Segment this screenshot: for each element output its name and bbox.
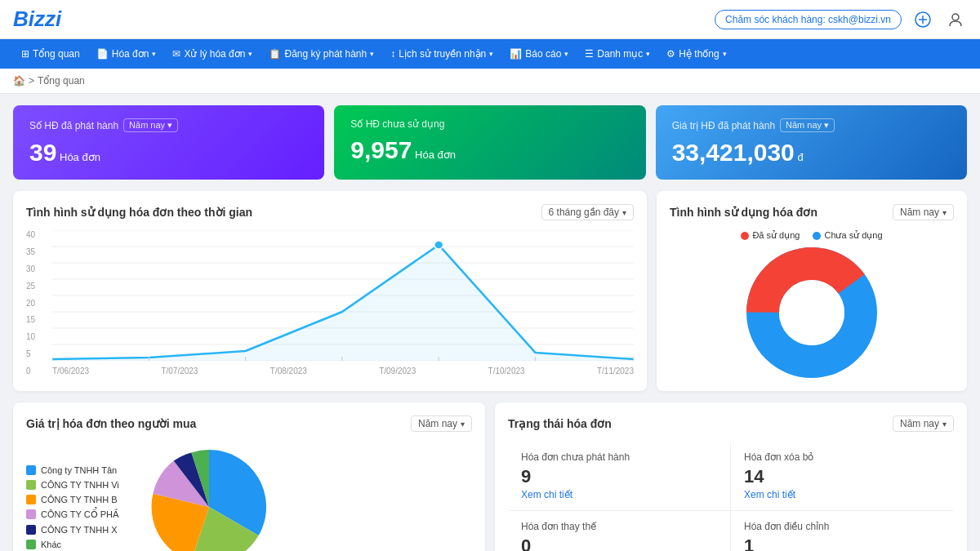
pie-svg (136, 442, 283, 551)
line-chart-title: Tình hình sử dụng hóa đơn theo thời gian (26, 206, 252, 219)
svg-point-14 (434, 241, 443, 249)
stat-value-filter[interactable]: Năm nay ▾ (780, 118, 835, 132)
stat-issued-title: Số HĐ đã phát hành (29, 120, 118, 131)
x-axis-labels: T/06/2023 T/07/2023 T/08/2023 T/09/2023 … (52, 367, 634, 375)
nav-item-danh-muc[interactable]: ☰ Danh mục ▾ (577, 39, 658, 69)
chevron-down-icon: ▾ (564, 50, 568, 58)
chart-row-2: Giá trị hóa đơn theo người mua Năm nay ▾… (13, 402, 967, 551)
status-cell-unpublished: Hóa đơn chưa phát hành 9 Xem chi tiết (508, 442, 731, 511)
stat-card-issued: Số HĐ đã phát hành Năm nay ▾ 39 Hóa đơn (13, 105, 324, 180)
stat-unused-title: Số HĐ chưa sử dụng (350, 118, 444, 130)
stat-unused-value: 9,957 Hóa đơn (350, 136, 629, 164)
pie-color-3 (26, 495, 36, 504)
legend-unused: Chưa sử dụng (813, 230, 882, 241)
breadcrumb: 🏠 > Tổng quan (0, 69, 980, 94)
nav-item-lich-su[interactable]: ↕ Lịch sử truyền nhận ▾ (382, 39, 501, 69)
donut-legend: Đã sử dụng Chưa sử dụng (741, 230, 882, 241)
navigation: ⊞ Tổng quan 📄 Hóa đơn ▾ ✉ Xử lý hóa đơn … (0, 39, 980, 69)
line-chart-filter[interactable]: 6 tháng gần đây ▾ (541, 204, 634, 220)
stat-card-value: Giá trị HĐ đã phát hành Năm nay ▾ 33,421… (656, 105, 967, 180)
user-icon[interactable] (944, 8, 967, 31)
pie-chart-filter[interactable]: Năm nay ▾ (411, 415, 472, 432)
status-cell-deleted: Hóa đơn xóa bỏ 14 Xem chi tiết (731, 442, 954, 511)
stat-value-title: Giá trị HĐ đã phát hành (672, 120, 775, 131)
chevron-down-icon: ▾ (622, 208, 626, 217)
deleted-link[interactable]: Xem chi tiết (744, 489, 941, 500)
pie-legend-item: Công ty TNHH Tân (26, 465, 119, 475)
support-button[interactable]: Chăm sóc khách hàng: cskh@bizzi.vn (715, 10, 902, 29)
grid-icon: ⊞ (21, 48, 29, 60)
status-grid: Hóa đơn chưa phát hành 9 Xem chi tiết Hó… (508, 442, 954, 551)
logo: Bizzi (13, 7, 61, 32)
header: Bizzi Chăm sóc khách hàng: cskh@bizzi.vn (0, 0, 980, 39)
svg-point-24 (779, 280, 844, 345)
breadcrumb-separator: > (29, 75, 34, 87)
donut-svg (730, 247, 893, 378)
home-icon[interactable]: 🏠 (13, 75, 25, 87)
invoice-status-card: Trạng thái hóa đơn Năm nay ▾ Hóa đơn chư… (495, 402, 967, 551)
pie-color-2 (26, 480, 36, 490)
pie-legend-item: CÔNG TY TNHH Vi (26, 480, 119, 490)
donut-chart-container: Đã sử dụng Chưa sử dụng (670, 230, 954, 378)
pie-legend-item: CÔNG TY TNHH B (26, 495, 119, 504)
chevron-down-icon: ▾ (152, 50, 156, 58)
breadcrumb-current: Tổng quan (38, 75, 85, 87)
line-chart-svg (52, 230, 634, 361)
nav-item-he-thong[interactable]: ⚙ Hệ thống ▾ (658, 39, 734, 69)
chevron-down-icon: ▾ (646, 50, 650, 58)
stat-issued-value: 39 Hóa đơn (29, 139, 308, 167)
chevron-down-icon: ▾ (461, 420, 465, 429)
status-cell-replaced: Hóa đơn thay thế 0 Xem chi tiết (508, 511, 731, 551)
chevron-down-icon: ▾ (489, 50, 493, 58)
list-icon: ☰ (585, 48, 594, 60)
unused-color (813, 232, 821, 240)
stat-issued-filter[interactable]: Năm nay ▾ (123, 118, 178, 132)
history-icon: ↕ (390, 48, 395, 60)
status-cell-adjusted: Hóa đơn điều chỉnh 1 Xem chi tiết (731, 511, 954, 551)
system-icon: ⚙ (666, 48, 675, 60)
stat-card-unused: Số HĐ chưa sử dụng 9,957 Hóa đơn (334, 105, 645, 180)
donut-chart-filter[interactable]: Năm nay ▾ (893, 204, 954, 220)
main-content: Số HĐ đã phát hành Năm nay ▾ 39 Hóa đơn … (0, 94, 980, 551)
svg-point-3 (952, 14, 959, 20)
pie-chart-card: Giá trị hóa đơn theo người mua Năm nay ▾… (13, 402, 485, 551)
pie-color-1 (26, 465, 36, 475)
pie-legend-item: Khác (26, 540, 119, 549)
unpublished-link[interactable]: Xem chi tiết (521, 489, 717, 500)
donut-chart-card: Tình hình sử dụng hóa đơn Năm nay ▾ Đã s… (657, 191, 967, 391)
header-right: Chăm sóc khách hàng: cskh@bizzi.vn (715, 8, 967, 31)
nav-item-bao-cao[interactable]: 📊 Báo cáo ▾ (501, 39, 577, 69)
pie-chart-section: Công ty TNHH Tân CÔNG TY TNHH Vi CÔNG TY… (26, 442, 472, 551)
chevron-down-icon: ▾ (942, 208, 947, 217)
logo-text: Bizzi (13, 7, 61, 32)
line-chart-card: Tình hình sử dụng hóa đơn theo thời gian… (13, 191, 647, 391)
chevron-down-icon: ▾ (723, 50, 727, 58)
invoice-status-filter[interactable]: Năm nay ▾ (893, 415, 954, 432)
nav-item-hoa-don[interactable]: 📄 Hóa đơn ▾ (88, 39, 165, 69)
stat-amount-value: 33,421,030 đ (672, 139, 951, 167)
pie-chart-title: Giá trị hóa đơn theo người mua (26, 417, 196, 430)
donut-chart-title: Tình hình sử dụng hóa đơn (670, 206, 817, 219)
register-icon: 📋 (269, 48, 281, 60)
chevron-down-icon: ▾ (248, 50, 252, 58)
report-icon: 📊 (510, 48, 522, 60)
nav-item-xu-ly[interactable]: ✉ Xử lý hóa đơn ▾ (164, 39, 261, 69)
pie-legend-item: CÔNG TY CỔ PHẦ (26, 509, 119, 520)
settings-icon: ✉ (172, 48, 180, 60)
chart-row-1: Tình hình sử dụng hóa đơn theo thời gian… (13, 191, 967, 391)
nav-item-tong-quan[interactable]: ⊞ Tổng quan (13, 39, 88, 69)
svg-marker-13 (52, 245, 634, 361)
pie-color-4 (26, 509, 36, 519)
pie-color-5 (26, 525, 36, 535)
nav-item-dang-ky[interactable]: 📋 Đăng ký phát hành ▾ (261, 39, 382, 69)
chevron-down-icon: ▾ (370, 50, 374, 58)
legend-used: Đã sử dụng (741, 230, 800, 241)
pie-legend-item: CÔNG TY TNHH X (26, 525, 119, 535)
pie-color-6 (26, 540, 36, 549)
chevron-down-icon: ▾ (942, 420, 947, 429)
line-chart-area: 4035302520151050 (26, 230, 634, 375)
stat-cards-row: Số HĐ đã phát hành Năm nay ▾ 39 Hóa đơn … (13, 105, 967, 180)
add-icon[interactable] (911, 8, 934, 31)
doc-icon: 📄 (96, 48, 109, 60)
used-color (741, 232, 749, 240)
